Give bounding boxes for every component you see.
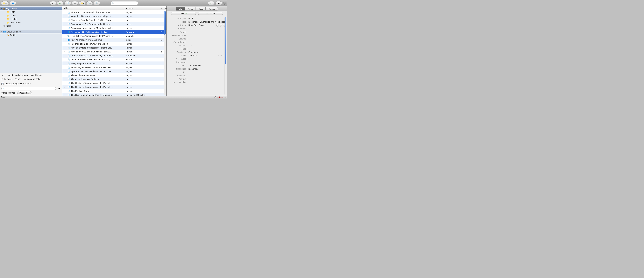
new-collection-button[interactable]: 📁➕	[1, 1, 9, 5]
field-value[interactable]: Tra	[188, 44, 226, 47]
twisty-icon[interactable]: ▼	[0, 8, 2, 9]
field-series_no[interactable]: Series Number:	[167, 34, 226, 37]
field-language[interactable]: Language:	[167, 60, 226, 64]
tag-selector-item[interactable]: Point Omega (Book)	[2, 78, 21, 80]
field-abstract[interactable]: Abstract:	[167, 27, 226, 30]
item-row[interactable]: 📄Making a Virtue of Necessity: Pattern a…	[62, 46, 166, 50]
collections-tree[interactable]: ▼ 🗂 My Library 📁1919📁Delillo📁Hayles📁Infi…	[0, 6, 62, 73]
tag-selector-item[interactable]: Writing and Writers	[24, 78, 42, 80]
tag-filter-input[interactable]	[2, 87, 56, 90]
new-note-button[interactable]: ✎▾	[72, 1, 78, 5]
item-row[interactable]: 📄Commentary: The Search for the HumanHay…	[62, 22, 166, 26]
collection-row[interactable]: 📁1919	[0, 10, 62, 14]
item-row[interactable]: 📄Chaos as Orderly Disorder: Shifting Gro…	[62, 18, 166, 22]
twisty-icon[interactable]: ▶	[62, 39, 66, 41]
items-list[interactable]: 📄Afterword: The Human in the PosthumanHa…	[62, 10, 166, 96]
item-row[interactable]: 📄Anger in Different Voices: Carol Gillig…	[62, 14, 166, 18]
item-row[interactable]: 📄Space for Writing: Stanislaw Lem and th…	[62, 69, 166, 73]
field-volume[interactable]: Volume:	[167, 37, 226, 40]
field-num_vol[interactable]: # of Volumes:	[167, 40, 226, 44]
new-group-button[interactable]: 👥	[10, 1, 16, 5]
field-url[interactable]: URL:	[167, 70, 226, 74]
add-by-identifier-button[interactable]: 📄	[64, 1, 71, 5]
item-row[interactable]: 📄The Illusion of Autonomy and the Fact o…	[62, 81, 166, 85]
column-creator[interactable]: Creator	[125, 6, 159, 10]
item-row[interactable]: 📄The Borders of MadnessHayles	[62, 73, 166, 77]
field-value[interactable]: Dissensus	[188, 68, 226, 70]
quick-search-input[interactable]	[110, 1, 138, 5]
items-column-header[interactable]: Title Creator + ▦	[62, 6, 166, 10]
item-row[interactable]: 📄The Complexities of SeriationHayles	[62, 77, 166, 81]
attach-link-button[interactable]: 📎▾	[86, 1, 93, 5]
twisty-icon[interactable]: ▶	[62, 35, 66, 37]
field-date[interactable]: Date:2010-03-17y m d	[167, 54, 226, 57]
collection-row[interactable]: 📁Delillo	[0, 14, 62, 17]
item-row[interactable]: ▶📄Making the Cut: The Interplay of Narra…	[62, 50, 166, 54]
remove-creator-button[interactable]: −	[220, 24, 222, 26]
field-loc_archive[interactable]: Loc. in Archive:	[167, 81, 226, 84]
tag-selector-item[interactable]: 9/11	[2, 74, 6, 76]
item-row[interactable]: 📄The Perils of TheoryHayles	[62, 89, 166, 93]
collection-row[interactable]: 📁Hayles	[0, 17, 62, 21]
field-value[interactable]: Continuum	[188, 51, 226, 53]
item-row[interactable]: ▶📄The Illusion of Autonomy and the Fact …	[62, 85, 166, 89]
close-pane-button[interactable]: ✕	[223, 2, 226, 5]
item-row[interactable]: ▶📎Don DeLillo, a Writer by Accident Whos…	[62, 34, 166, 38]
view-online-button[interactable]: View⇨	[171, 12, 196, 15]
item-row[interactable]: 📄The Slipstream of Mixed Reality: Unstab…	[62, 93, 166, 96]
field-title[interactable]: Title:Dissensus: On Politics and Aesthet…	[167, 20, 226, 23]
locate-button[interactable]: ➔Locate	[198, 12, 223, 15]
tag-color-menu-button[interactable]: ▦▸	[57, 87, 61, 90]
deselect-all-tags-button[interactable]: Deselect All	[17, 91, 32, 94]
tag-filter-field[interactable]	[6, 87, 55, 89]
field-value[interactable]: Dissensus: On Politics and Aesthetics	[188, 20, 226, 23]
field-value[interactable]: 2010-03-17	[188, 54, 218, 57]
collection-row[interactable]: 📁Infinite Jest	[0, 21, 62, 24]
field-place[interactable]: Place:	[167, 47, 226, 50]
trash-row[interactable]: 🗑 Trash	[0, 24, 62, 27]
field-publisher[interactable]: Publisher:Continuum	[167, 50, 226, 54]
fullscreen-button[interactable]: ▣	[216, 1, 222, 5]
tag-selector-item[interactable]: Books and Literature	[8, 74, 28, 76]
field-isbn[interactable]: ISBN:1847064450	[167, 64, 226, 67]
item-row[interactable]: ▶📘Dissensus: On Politics and AestheticsR…	[62, 30, 166, 34]
column-picker-button[interactable]: ▦	[163, 6, 166, 10]
item-row[interactable]: 📄Desiring Agency: Limiting Metaphors and…	[62, 26, 166, 30]
tag-selector-item[interactable]: DeLillo, Don	[31, 74, 43, 76]
my-library-root[interactable]: ▼ 🗂 My Library	[0, 7, 62, 10]
items-scrollbar[interactable]	[164, 11, 166, 95]
actions-menu-button[interactable]: ⚙▾	[50, 1, 56, 5]
column-title[interactable]: Title	[62, 6, 125, 10]
item-row[interactable]: ▶📘First As Tragedy, Then As FarceZizek1	[62, 38, 166, 42]
field-value[interactable]: Rancière , Jacq…	[188, 24, 216, 26]
item-row[interactable]: 📄Intermediation: The Pursuit of a Vision…	[62, 42, 166, 46]
field-author[interactable]: ▾ Author:Rancière , Jacq…⊟−+	[167, 23, 226, 27]
tab-tags[interactable]: Tags	[196, 7, 206, 10]
twisty-icon[interactable]: ▼	[0, 31, 2, 33]
sync-button[interactable]: ⟳	[208, 1, 214, 5]
swap-names-button[interactable]: ⊟	[216, 24, 219, 26]
field-value[interactable]: 1847064450	[188, 64, 226, 67]
field-short_title[interactable]: Short Title:Dissensus	[167, 67, 226, 70]
display-all-tags-checkbox[interactable]	[2, 83, 4, 85]
twisty-icon[interactable]: ▶	[62, 86, 66, 88]
add-attachment-button[interactable]: 📁▾	[79, 1, 86, 5]
item-row[interactable]: 📄Postmodern Parataxis: Embodied Texts, ……	[62, 57, 166, 61]
tab-related[interactable]: Related	[206, 7, 218, 10]
item-row[interactable]: 📄Simulating Narratives: What Virtual Cre…	[62, 65, 166, 69]
column-attachments[interactable]: +	[159, 6, 163, 10]
field-accessed[interactable]: Accessed:	[167, 74, 226, 77]
field-edition[interactable]: Edition:Tra	[167, 44, 226, 47]
window-resizer[interactable]	[224, 96, 226, 98]
field-series[interactable]: Series:	[167, 30, 226, 34]
field-item_type[interactable]: Item Type:Book	[167, 17, 226, 20]
advanced-search-button[interactable]: 🔍	[94, 1, 100, 5]
new-item-button[interactable]: ⊕▾	[57, 1, 64, 5]
field-archive[interactable]: Archive:	[167, 77, 226, 81]
tab-info[interactable]: Info	[176, 7, 185, 10]
quick-search-field[interactable]	[114, 2, 139, 4]
item-row[interactable]: 📄Refiguring the PosthumanHayles	[62, 61, 166, 65]
twisty-icon[interactable]: ▶	[62, 51, 66, 52]
field-value[interactable]: Book	[188, 17, 226, 20]
group-library-row[interactable]: 🗂Part Is	[0, 33, 62, 37]
